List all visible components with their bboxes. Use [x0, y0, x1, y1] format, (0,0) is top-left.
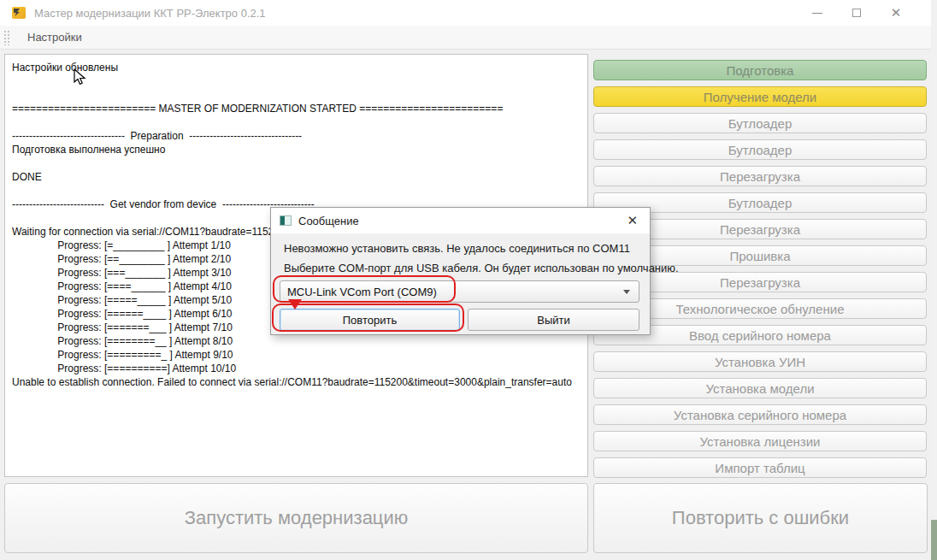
- dialog-window-icon: [280, 215, 292, 226]
- step-button-3[interactable]: Бутлоадер: [593, 113, 927, 133]
- log-line: Progress: [=========_ ] Attempt 9/10: [12, 348, 580, 362]
- message-dialog: Сообщение ✕ Невозможно установить связь.…: [270, 207, 651, 335]
- dialog-close-icon[interactable]: ✕: [627, 213, 638, 228]
- step-button-13[interactable]: Установка модели: [593, 378, 927, 398]
- log-line: ======================== MASTER OF MODER…: [12, 102, 580, 115]
- window-controls: ✕: [798, 0, 916, 26]
- desktop-bleed-strip: [931, 0, 937, 560]
- log-line: Подготовка выполнена успешно: [12, 143, 580, 156]
- step-button-2[interactable]: Получение модели: [593, 86, 927, 107]
- menu-bar: Настройки: [0, 26, 931, 50]
- log-line: DONE: [12, 170, 580, 184]
- dialog-body: Невозможно установить связь. Не удалось …: [271, 233, 650, 336]
- start-modernization-button[interactable]: Запустить модернизацию: [4, 483, 588, 553]
- log-line: [12, 115, 580, 129]
- step-button-5[interactable]: Перезагрузка: [593, 166, 927, 186]
- log-line: [12, 74, 580, 88]
- log-line: Progress: [==========] Attempt 10/10: [12, 362, 580, 375]
- log-line: [12, 88, 580, 102]
- minimize-button[interactable]: [798, 0, 837, 26]
- close-button[interactable]: ✕: [876, 0, 916, 26]
- title-bar: Мастер модернизации ККТ РР-Электро 0.2.1…: [0, 0, 931, 26]
- close-icon: ✕: [891, 5, 902, 21]
- chevron-down-icon: [623, 290, 630, 294]
- toolbar-grip-icon: [3, 30, 10, 45]
- log-line: Unable to establish connection. Failed t…: [12, 375, 580, 389]
- dialog-retry-button[interactable]: Повторить: [280, 309, 460, 331]
- dialog-exit-button[interactable]: Выйти: [468, 309, 639, 331]
- dialog-message-line1: Невозможно установить связь. Не удалось …: [284, 242, 630, 255]
- app-icon: [12, 7, 26, 19]
- dialog-title-bar: Сообщение ✕: [271, 208, 650, 233]
- dialog-title: Сообщение: [298, 215, 359, 227]
- step-button-12[interactable]: Установка УИН: [593, 351, 927, 372]
- maximize-button[interactable]: [837, 0, 876, 26]
- dialog-message-line2: Выберите COM-порт для USB кабеля. Он буд…: [284, 262, 679, 274]
- log-line: --------------------------------- Prepar…: [12, 129, 580, 143]
- window-title: Мастер модернизации ККТ РР-Электро 0.2.1: [34, 7, 266, 20]
- log-line: Настройки обновлены: [12, 61, 580, 74]
- step-button-1[interactable]: Подготовка: [593, 60, 927, 80]
- retry-from-error-button[interactable]: Повторить с ошибки: [593, 483, 928, 553]
- log-line: [12, 184, 580, 197]
- desktop-bleed-green: [931, 520, 937, 560]
- com-port-selected-value: MCU-Link VCom Port (COM9): [287, 286, 437, 298]
- maximize-icon: [852, 9, 861, 17]
- log-line: Progress: [========__ ] Attempt 8/10: [12, 334, 580, 348]
- step-button-14[interactable]: Установка серийного номера: [593, 404, 927, 425]
- menu-settings[interactable]: Настройки: [22, 28, 87, 46]
- minimize-icon: [812, 13, 822, 14]
- com-port-select[interactable]: MCU-Link VCom Port (COM9): [280, 280, 639, 303]
- step-button-16[interactable]: Импорт таблиц: [593, 457, 927, 478]
- step-button-4[interactable]: Бутлоадер: [593, 139, 927, 160]
- log-line: [12, 156, 580, 170]
- step-button-15[interactable]: Установка лицензии: [593, 431, 927, 451]
